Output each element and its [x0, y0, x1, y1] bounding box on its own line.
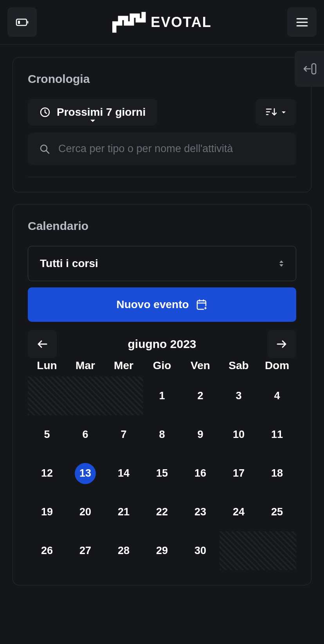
time-range-label: Prossimi 7 giorni	[57, 106, 146, 118]
calendar-day[interactable]: 20	[66, 493, 104, 531]
clock-icon	[40, 107, 50, 118]
search-container	[28, 133, 296, 165]
menu-button[interactable]	[287, 7, 317, 37]
calendar-day[interactable]: 15	[143, 454, 181, 493]
calendar-day[interactable]: 19	[28, 493, 66, 531]
app-header: EVOTAL	[0, 0, 324, 45]
calendar-day[interactable]: 16	[181, 454, 220, 493]
course-filter-select[interactable]: Tutti i corsi	[28, 246, 296, 281]
calendar-day[interactable]: 9	[181, 415, 220, 454]
calendar-day[interactable]: 11	[258, 415, 296, 454]
calendar-body: 1234567891011121314151617181920212223242…	[28, 377, 296, 570]
calendar-day[interactable]: 8	[143, 415, 181, 454]
svg-rect-2	[18, 21, 20, 24]
logo-mark-icon	[112, 12, 146, 33]
calendar-day	[220, 531, 258, 570]
calendar-day	[258, 531, 296, 570]
timeline-title: Cronologia	[28, 72, 296, 86]
calendar-day[interactable]: 27	[66, 531, 104, 570]
course-filter-label: Tutti i corsi	[40, 257, 98, 270]
calendar-day[interactable]: 10	[220, 415, 258, 454]
calendar-day-headers: LunMarMerGioVenSabDom	[28, 355, 296, 377]
calendar-day[interactable]: 4	[258, 377, 296, 415]
day-header: Mer	[104, 355, 143, 377]
calendar-day[interactable]: 17	[220, 454, 258, 493]
next-month-button[interactable]	[267, 330, 296, 358]
search-icon	[40, 144, 50, 154]
calendar-day	[104, 377, 143, 415]
calendar-day[interactable]: 1	[143, 377, 181, 415]
brand-logo: EVOTAL	[112, 12, 211, 33]
caret-down-icon	[281, 111, 286, 114]
battery-button[interactable]	[7, 7, 37, 37]
day-header: Mar	[66, 355, 104, 377]
svg-rect-6	[312, 64, 316, 74]
calendar-day	[66, 377, 104, 415]
calendar-day[interactable]: 5	[28, 415, 66, 454]
sort-icon	[266, 107, 277, 117]
arrow-right-icon	[277, 340, 287, 348]
calendar-day[interactable]: 14	[104, 454, 143, 493]
calendar-day[interactable]: 12	[28, 454, 66, 493]
new-event-button[interactable]: Nuovo evento	[28, 287, 296, 322]
calendar-day[interactable]: 28	[104, 531, 143, 570]
calendar-day[interactable]: 18	[258, 454, 296, 493]
calendar-day[interactable]: 22	[143, 493, 181, 531]
calendar-day	[28, 377, 66, 415]
caret-down-icon	[90, 119, 95, 122]
sort-dropdown[interactable]	[256, 99, 296, 126]
calendar-day[interactable]: 24	[220, 493, 258, 531]
battery-icon	[16, 18, 29, 27]
calendar-plus-icon	[196, 299, 208, 310]
svg-line-12	[46, 151, 49, 153]
arrow-left-icon	[37, 340, 47, 348]
calendar-day[interactable]: 13	[66, 454, 104, 493]
svg-rect-0	[16, 19, 27, 25]
calendar-day[interactable]: 26	[28, 531, 66, 570]
brand-text: EVOTAL	[151, 14, 211, 30]
select-arrows-icon	[279, 260, 284, 267]
calendar-title: Calendario	[28, 219, 296, 233]
calendar-day[interactable]: 2	[181, 377, 220, 415]
day-header: Ven	[181, 355, 220, 377]
calendar-day[interactable]: 3	[220, 377, 258, 415]
calendar-card: Calendario Tutti i corsi Nuovo evento gi…	[13, 204, 311, 585]
calendar-day[interactable]: 23	[181, 493, 220, 531]
calendar-day[interactable]: 21	[104, 493, 143, 531]
time-range-dropdown[interactable]: Prossimi 7 giorni	[28, 99, 157, 126]
month-header: giugno 2023	[28, 337, 296, 351]
day-header: Sab	[220, 355, 258, 377]
calendar-day[interactable]: 6	[66, 415, 104, 454]
day-header: Gio	[143, 355, 181, 377]
timeline-card: Cronologia Prossimi 7 giorni	[13, 57, 311, 192]
calendar-day[interactable]: 30	[181, 531, 220, 570]
new-event-label: Nuovo evento	[116, 298, 189, 311]
search-input[interactable]	[58, 143, 284, 155]
calendar-day[interactable]: 25	[258, 493, 296, 531]
calendar-day[interactable]: 29	[143, 531, 181, 570]
prev-month-button[interactable]	[28, 330, 57, 358]
hamburger-icon	[296, 18, 308, 27]
collapse-panel-button[interactable]	[295, 51, 324, 87]
month-label: giugno 2023	[128, 337, 196, 351]
divider	[28, 177, 296, 177]
collapse-icon	[302, 62, 317, 75]
calendar-day[interactable]: 7	[104, 415, 143, 454]
